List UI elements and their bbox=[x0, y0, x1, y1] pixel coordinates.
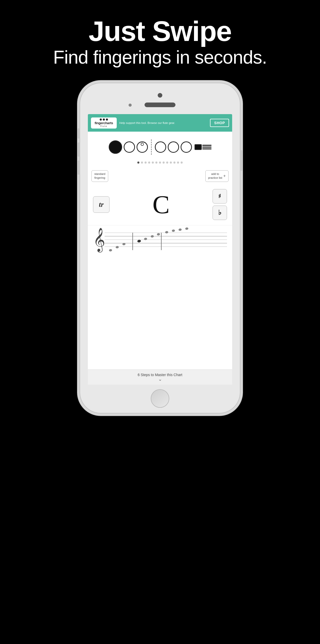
page-dot-1[interactable] bbox=[141, 162, 143, 164]
app-logo: fingercharts flute bbox=[91, 117, 117, 129]
phone-speaker bbox=[145, 103, 175, 107]
std-line1: standard bbox=[94, 172, 105, 175]
key-lh1 bbox=[124, 141, 135, 153]
page-dot-7[interactable] bbox=[163, 162, 165, 164]
staff-note-10 bbox=[178, 228, 182, 231]
staff-line-3 bbox=[105, 240, 227, 240]
page-dot-9[interactable] bbox=[170, 162, 172, 164]
key-rh1 bbox=[155, 141, 166, 153]
flat-button[interactable]: ♭ bbox=[213, 206, 227, 220]
page-dot-2[interactable] bbox=[145, 162, 147, 164]
page-dot-4[interactable] bbox=[152, 162, 154, 164]
key-lh2 bbox=[137, 141, 148, 153]
support-text: Help support this tool. Browse our flute… bbox=[119, 121, 207, 125]
action-buttons-row: standard fingering add to practice list … bbox=[88, 168, 232, 184]
main-title: Just Swipe bbox=[0, 15, 320, 47]
right-side-keys bbox=[195, 144, 212, 150]
pinky-bar-2 bbox=[202, 147, 212, 148]
accidental-buttons: ♯ ♭ bbox=[213, 189, 227, 220]
page-dot-12[interactable] bbox=[181, 162, 183, 164]
key-rh2 bbox=[168, 141, 179, 153]
key-embouchure bbox=[109, 140, 122, 154]
main-subtitle: Find fingerings in seconds. bbox=[0, 47, 320, 68]
header: Just Swipe Find fingerings in seconds. bbox=[0, 0, 320, 78]
page-dot-10[interactable] bbox=[173, 162, 175, 164]
phone-mockup: fingercharts flute Help support this too… bbox=[0, 83, 320, 413]
mute-button bbox=[78, 128, 80, 139]
volume-up-button bbox=[78, 142, 80, 157]
trill-label: tr bbox=[99, 200, 104, 209]
page-dot-0[interactable] bbox=[137, 162, 139, 164]
add-to-practice-button[interactable]: add to practice list + bbox=[205, 170, 229, 182]
standard-fingering-button[interactable]: standard fingering bbox=[91, 170, 108, 182]
phone-sensor bbox=[129, 104, 132, 107]
flute-diagram bbox=[109, 137, 212, 157]
flat-symbol: ♭ bbox=[218, 209, 221, 217]
page-dot-8[interactable] bbox=[166, 162, 168, 164]
volume-down-button bbox=[78, 160, 80, 175]
sharp-symbol: ♯ bbox=[218, 193, 221, 200]
page-dot-5[interactable] bbox=[155, 162, 157, 164]
steps-bar[interactable]: 6 Steps to Master this Chart ⌄ bbox=[88, 369, 232, 385]
bar-line-2 bbox=[161, 233, 162, 250]
staff-container: 𝄞 bbox=[90, 228, 230, 256]
staff-note-11 bbox=[185, 227, 188, 230]
staff-line-2 bbox=[105, 236, 227, 236]
home-button[interactable] bbox=[151, 389, 169, 408]
sharp-button[interactable]: ♯ bbox=[213, 189, 227, 204]
trill-button[interactable]: tr bbox=[93, 196, 110, 213]
note-display-area: tr C ♯ ♭ bbox=[88, 184, 232, 225]
logo-sub: flute bbox=[100, 125, 107, 128]
pinky-key-filled bbox=[195, 144, 202, 150]
phone-camera bbox=[158, 93, 162, 98]
power-button bbox=[240, 150, 242, 171]
note-letter: C bbox=[153, 192, 170, 217]
pagination bbox=[137, 162, 183, 164]
add-practice-text: add to practice list bbox=[208, 172, 222, 180]
logo-dot-1 bbox=[100, 118, 102, 121]
key-rh3 bbox=[181, 141, 192, 153]
staff-line-5 bbox=[105, 247, 227, 247]
page-dot-3[interactable] bbox=[148, 162, 150, 164]
key-divider bbox=[151, 139, 152, 155]
page-dot-6[interactable] bbox=[159, 162, 161, 164]
steps-text: 6 Steps to Master this Chart bbox=[91, 373, 229, 377]
logo-dots bbox=[100, 118, 108, 121]
plus-icon: + bbox=[223, 173, 226, 179]
staff-area: 𝄞 bbox=[88, 225, 232, 259]
treble-clef: 𝄞 bbox=[93, 229, 105, 250]
logo-title: fingercharts bbox=[95, 121, 113, 125]
fingering-area bbox=[88, 132, 232, 168]
pinky-bar-1 bbox=[202, 145, 212, 146]
chevron-down-icon: ⌄ bbox=[91, 377, 229, 382]
page-dot-11[interactable] bbox=[177, 162, 179, 164]
std-line2: fingering bbox=[94, 176, 105, 179]
logo-dot-3 bbox=[106, 118, 108, 121]
staff-lines bbox=[105, 233, 227, 250]
staff-note-9 bbox=[172, 229, 175, 232]
app-bar: fingercharts flute Help support this too… bbox=[88, 114, 232, 132]
staff-note-1 bbox=[109, 249, 112, 252]
logo-dot-2 bbox=[103, 118, 105, 121]
bar-line-1 bbox=[132, 233, 133, 250]
shop-button[interactable]: SHOP bbox=[210, 119, 229, 127]
phone-shell: fingercharts flute Help support this too… bbox=[80, 83, 240, 413]
pinky-bar-3 bbox=[202, 148, 212, 149]
phone-screen: fingercharts flute Help support this too… bbox=[88, 114, 232, 385]
